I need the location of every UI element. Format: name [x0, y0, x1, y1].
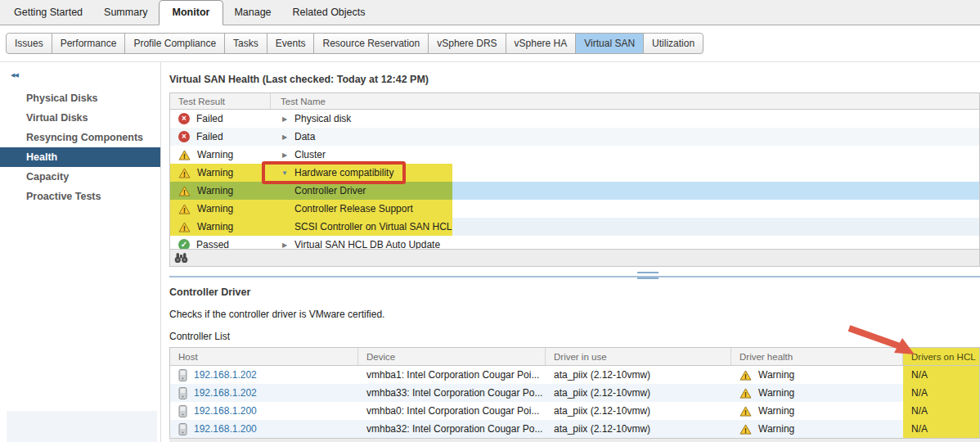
expand-arrow-icon[interactable]: ▶: [281, 115, 289, 123]
host-icon: [178, 423, 187, 435]
host-link[interactable]: 192.168.1.200: [194, 405, 257, 417]
sidebar-item-health[interactable]: Health: [0, 147, 160, 167]
svg-text:!: !: [744, 372, 747, 381]
sidebar-item-physical-disks[interactable]: Physical Disks: [0, 88, 160, 108]
column-header-driver-health[interactable]: Driver health: [731, 348, 903, 365]
warning-icon: !: [178, 204, 191, 214]
tab-manage[interactable]: Manage: [223, 1, 281, 25]
driver-cell: ata_piix (2.12-10vmw): [546, 402, 731, 420]
health-pane: Virtual SAN Health (Last checked: Today …: [161, 62, 980, 442]
pane-splitter[interactable]: [169, 271, 980, 282]
drivers-on-hcl-cell: N/A: [903, 366, 979, 384]
column-header-device[interactable]: Device: [358, 348, 546, 365]
expand-arrow-icon[interactable]: ▶: [281, 241, 289, 249]
collapse-arrow-icon[interactable]: ▼: [281, 169, 289, 177]
driver-cell: ata_piix (2.12-10vmw): [546, 384, 731, 402]
monitor-subtab-bar: Issues Performance Profile Compliance Ta…: [0, 25, 980, 62]
tab-getting-started[interactable]: Getting Started: [3, 1, 93, 25]
subtab-events[interactable]: Events: [267, 33, 315, 54]
controller-list-title: Controller List: [169, 331, 980, 342]
health-row-data[interactable]: ×Failed ▶Data: [170, 128, 979, 146]
subtab-issues[interactable]: Issues: [6, 33, 52, 54]
test-result: Warning: [197, 185, 233, 196]
failed-icon: ×: [178, 131, 190, 142]
warning-icon: !: [178, 168, 191, 178]
passed-icon: ✓: [178, 239, 190, 249]
sidebar-item-resyncing-components[interactable]: Resyncing Components: [0, 128, 160, 147]
page-title: Virtual SAN Health (Last checked: Today …: [169, 74, 980, 85]
sidebar-bottom-panel: [7, 411, 157, 442]
column-header-test-name[interactable]: Test Name: [271, 97, 979, 106]
svg-text:!: !: [183, 206, 186, 214]
controller-row[interactable]: 192.168.1.200 vmhba0: Intel Corporation …: [170, 402, 979, 420]
host-icon: [178, 405, 187, 417]
expand-arrow-icon[interactable]: ▶: [281, 151, 289, 159]
host-icon: [178, 387, 187, 399]
warning-icon: !: [739, 424, 752, 435]
subtab-utilization[interactable]: Utilization: [643, 33, 704, 54]
device-cell: vmhba1: Intel Corporation Cougar Poi...: [358, 366, 546, 384]
svg-text:!: !: [183, 152, 186, 160]
svg-text:!: !: [183, 170, 186, 178]
sidebar-collapse-icon[interactable]: ◀◀: [11, 72, 160, 79]
drivers-on-hcl-cell: N/A: [903, 420, 979, 438]
tab-summary[interactable]: Summary: [93, 1, 158, 25]
test-name: Virtual SAN HCL DB Auto Update: [294, 239, 440, 249]
drivers-on-hcl-cell: N/A: [903, 402, 979, 420]
column-header-test-result[interactable]: Test Result: [170, 93, 271, 109]
controller-list-table: Host Device Driver in use Driver health …: [169, 347, 980, 438]
subtab-performance[interactable]: Performance: [52, 33, 126, 54]
splitter-line: [169, 276, 980, 277]
column-header-host[interactable]: Host: [170, 348, 358, 365]
test-result: Passed: [196, 239, 229, 249]
table-bottom-strip: [169, 438, 980, 442]
sidebar-item-capacity[interactable]: Capacity: [0, 167, 160, 187]
controller-row[interactable]: 192.168.1.200 vmhba32: Intel Corporation…: [170, 420, 979, 438]
column-header-drivers-on-hcl[interactable]: Drivers on HCL: [903, 348, 979, 365]
test-name: Physical disk: [294, 113, 351, 124]
subtab-vsphere-ha[interactable]: vSphere HA: [506, 33, 577, 54]
health-table-header: Test Result Test Name: [170, 93, 979, 110]
health-row-scsi-controller[interactable]: ! Warning SCSI Controller on Virtual SAN…: [170, 218, 979, 236]
svg-text:!: !: [183, 224, 186, 232]
device-cell: vmhba0: Intel Corporation Cougar Poi...: [358, 402, 546, 420]
test-result: Failed: [196, 113, 223, 124]
test-name: Data: [294, 131, 315, 142]
host-link[interactable]: 192.168.1.200: [194, 423, 257, 435]
column-header-driver-in-use[interactable]: Driver in use: [546, 348, 731, 365]
controller-row[interactable]: 192.168.1.202 vmhba1: Intel Corporation …: [170, 366, 979, 384]
health-row-controller-release-support[interactable]: ! Warning Controller Release Support: [170, 200, 979, 218]
svg-text:!: !: [744, 426, 747, 435]
subtab-tasks[interactable]: Tasks: [224, 33, 267, 54]
health-row-cluster[interactable]: ! Warning ▶Cluster: [170, 146, 979, 164]
subtab-virtual-san[interactable]: Virtual SAN: [575, 33, 644, 54]
host-link[interactable]: 192.168.1.202: [194, 387, 257, 399]
splitter-grip-icon[interactable]: [637, 272, 659, 279]
test-name: Hardware compatibility: [294, 167, 393, 178]
sidebar-item-proactive-tests[interactable]: Proactive Tests: [0, 187, 160, 206]
test-result: Failed: [196, 131, 223, 142]
health-test-table: Test Result Test Name ×Failed ▶Physical …: [169, 92, 980, 249]
health-row-physical-disk[interactable]: ×Failed ▶Physical disk: [170, 110, 979, 128]
health-row-hcl-db-auto-update[interactable]: ✓Passed ▶Virtual SAN HCL DB Auto Update: [170, 236, 979, 249]
subtab-profile-compliance[interactable]: Profile Compliance: [124, 33, 225, 54]
host-link[interactable]: 192.168.1.202: [194, 369, 257, 381]
device-cell: vmhba33: Intel Corporation Cougar Po...: [358, 384, 546, 402]
controller-row[interactable]: 192.168.1.202 vmhba33: Intel Corporation…: [170, 384, 979, 402]
health-row-controller-driver[interactable]: ! Warning Controller Driver: [170, 182, 979, 200]
test-result: Warning: [197, 149, 233, 160]
health-table-toolbar: [169, 249, 980, 267]
expand-arrow-icon[interactable]: ▶: [281, 133, 289, 141]
tab-monitor[interactable]: Monitor: [159, 0, 224, 25]
sidebar-item-virtual-disks[interactable]: Virtual Disks: [0, 108, 160, 128]
subtab-resource-reservation[interactable]: Resource Reservation: [313, 33, 429, 54]
detail-section-title: Controller Driver: [169, 286, 980, 298]
search-binoculars-icon[interactable]: [174, 252, 188, 264]
drivers-on-hcl-cell: N/A: [903, 384, 979, 402]
svg-text:!: !: [744, 390, 747, 399]
subtab-vsphere-drs[interactable]: vSphere DRS: [428, 33, 506, 54]
tab-related-objects[interactable]: Related Objects: [282, 1, 376, 25]
test-result: Warning: [197, 167, 233, 178]
test-name: Controller Driver: [294, 185, 366, 196]
health-row-hardware-compatibility[interactable]: ! Warning ▼Hardware compatibility: [170, 164, 979, 182]
